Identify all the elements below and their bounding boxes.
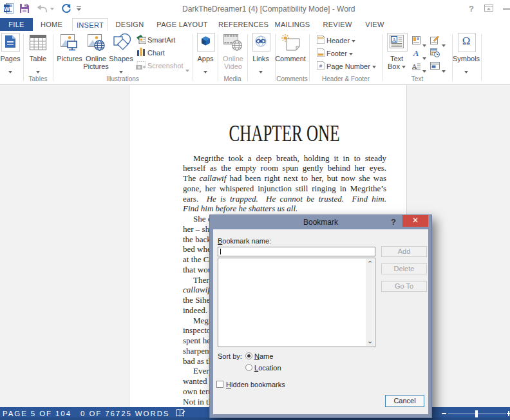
svg-text:A: A (413, 49, 419, 57)
svg-text:W: W (4, 6, 10, 12)
svg-text:A: A (392, 37, 397, 43)
svg-text:#: # (319, 63, 323, 69)
svg-text:A: A (412, 62, 417, 70)
